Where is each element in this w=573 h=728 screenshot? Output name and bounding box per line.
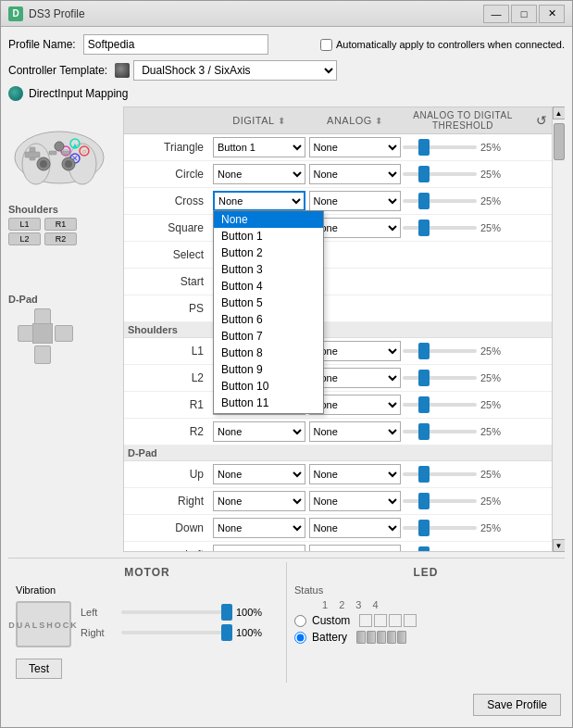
r2-threshold-pct: 25% — [480, 426, 508, 437]
triangle-threshold-slider[interactable] — [403, 145, 477, 149]
left-vib-pct: 100% — [236, 607, 262, 618]
dropdown-item-btn7[interactable]: Button 7 — [214, 328, 323, 345]
profile-name-input[interactable] — [83, 34, 268, 55]
table-row: Left None None — [124, 542, 564, 552]
vibration-label: Vibration — [16, 584, 279, 596]
cross-threshold-slider[interactable] — [403, 199, 477, 203]
dropdown-item-btn12[interactable]: Button 12 — [214, 411, 323, 414]
right-vib-slider[interactable] — [121, 631, 232, 634]
threshold-header: ANALOG TO DIGITAL THRESHOLD — [403, 110, 523, 131]
right-threshold: 25% — [403, 496, 523, 507]
l2-threshold-slider[interactable] — [403, 376, 477, 380]
dpad-graphic — [18, 308, 73, 364]
digital-sort-icon: ⬍ — [278, 116, 286, 126]
scroll-up-button[interactable]: ▲ — [553, 107, 566, 119]
circle-label: Circle — [128, 168, 211, 181]
up-digital-select[interactable]: None — [213, 464, 305, 484]
square-threshold-slider[interactable] — [403, 226, 477, 230]
right-threshold-slider[interactable] — [403, 499, 477, 503]
dropdown-item-btn9[interactable]: Button 9 — [214, 361, 323, 378]
led-num-2: 2 — [339, 599, 344, 610]
mapping-area: ▲ ○ ✕ □ — [8, 107, 565, 552]
left-vib-slider[interactable] — [121, 610, 232, 614]
dropdown-item-btn5[interactable]: Button 5 — [214, 295, 323, 311]
up-label: Up — [128, 468, 211, 481]
down-threshold-slider[interactable] — [403, 526, 477, 530]
dropdown-item-none[interactable]: None — [214, 211, 323, 228]
scrollbar[interactable]: ▲ ▼ — [552, 107, 565, 552]
led-box-4[interactable] — [404, 614, 417, 627]
bat-bar-5 — [397, 631, 406, 644]
dropdown-item-btn2[interactable]: Button 2 — [214, 245, 323, 261]
close-button[interactable]: ✕ — [539, 5, 565, 23]
cross-dropdown[interactable]: None Button 1 Button 2 Button 3 Button 4… — [213, 210, 324, 414]
auto-apply-checkbox[interactable] — [320, 39, 332, 51]
l1-label: L1 — [128, 345, 211, 358]
test-area: Test — [16, 653, 279, 679]
directinput-label: DirectInput Mapping — [29, 87, 128, 100]
right-threshold-pct: 25% — [480, 496, 508, 507]
dropdown-item-btn6[interactable]: Button 6 — [214, 311, 323, 328]
r2-digital-select[interactable]: None — [213, 421, 305, 442]
minimize-button[interactable]: — — [483, 5, 509, 23]
battery-radio[interactable] — [294, 632, 306, 644]
table-row: Square None None — [124, 215, 564, 242]
cross-digital-select[interactable]: None — [213, 191, 305, 211]
led-box-2[interactable] — [374, 614, 387, 627]
table-row: Right None None — [124, 488, 564, 515]
r1-threshold-slider[interactable] — [403, 403, 477, 407]
r1-graphic: R1 — [44, 218, 77, 231]
left-analog-cell: None — [307, 544, 404, 552]
svg-rect-17 — [49, 151, 56, 155]
r2-analog-select[interactable]: None — [309, 421, 402, 442]
led-box-1[interactable] — [359, 614, 372, 627]
circle-analog-cell: None — [307, 163, 404, 185]
dropdown-item-btn11[interactable]: Button 11 — [214, 395, 323, 411]
content-area: Profile Name: Automatically apply to con… — [1, 27, 572, 727]
down-digital-select[interactable]: None — [213, 518, 305, 538]
svg-point-14 — [40, 160, 47, 168]
refresh-icon[interactable]: ↺ — [536, 113, 548, 128]
custom-radio[interactable] — [294, 615, 306, 627]
right-analog-select[interactable]: None — [309, 491, 402, 511]
test-button[interactable]: Test — [16, 659, 62, 679]
circle-digital-select[interactable]: None — [213, 164, 305, 184]
left-analog-select[interactable]: None — [309, 545, 402, 552]
left-digital-select[interactable]: None — [213, 545, 305, 552]
up-digital-cell: None — [211, 463, 307, 485]
template-select[interactable]: DualShock 3 / SixAxis — [133, 60, 337, 81]
triangle-digital-select[interactable]: Button 1 None — [213, 137, 305, 157]
save-profile-button[interactable]: Save Profile — [473, 694, 561, 716]
table-row: Select None — [124, 242, 564, 269]
triangle-analog-select[interactable]: None — [309, 137, 402, 157]
circle-analog-select[interactable]: None — [309, 164, 402, 184]
dpad-label: D-Pad — [8, 294, 119, 305]
circle-threshold: 25% — [403, 169, 523, 180]
scroll-thumb[interactable] — [554, 123, 565, 160]
dualshock-graphic: DUALSHOCK — [16, 601, 71, 647]
down-analog-select[interactable]: None — [309, 518, 402, 538]
dropdown-item-btn8[interactable]: Button 8 — [214, 345, 323, 361]
r1-label: R1 — [128, 398, 211, 411]
r2-threshold-slider[interactable] — [403, 430, 477, 433]
dropdown-item-btn3[interactable]: Button 3 — [214, 261, 323, 278]
led-box-3[interactable] — [389, 614, 402, 627]
cross-analog-select[interactable]: None — [309, 191, 402, 211]
down-analog-cell: None — [307, 517, 404, 539]
l1-threshold-slider[interactable] — [403, 349, 477, 353]
maximize-button[interactable]: □ — [511, 5, 537, 23]
window-icon: D — [8, 6, 23, 21]
up-analog-select[interactable]: None — [309, 464, 402, 484]
dropdown-item-btn1[interactable]: Button 1 — [214, 228, 323, 245]
dualshock-logo: DUALSHOCK — [8, 621, 79, 630]
dropdown-item-btn10[interactable]: Button 10 — [214, 378, 323, 395]
bat-bar-2 — [367, 631, 376, 644]
square-threshold-pct: 25% — [480, 222, 508, 233]
scroll-down-button[interactable]: ▼ — [553, 539, 566, 552]
up-threshold: 25% — [403, 469, 523, 480]
circle-threshold-slider[interactable] — [403, 172, 477, 176]
dropdown-item-btn4[interactable]: Button 4 — [214, 278, 323, 295]
right-vib-pct: 100% — [236, 627, 262, 638]
up-threshold-slider[interactable] — [403, 472, 477, 476]
right-digital-select[interactable]: None — [213, 491, 305, 511]
